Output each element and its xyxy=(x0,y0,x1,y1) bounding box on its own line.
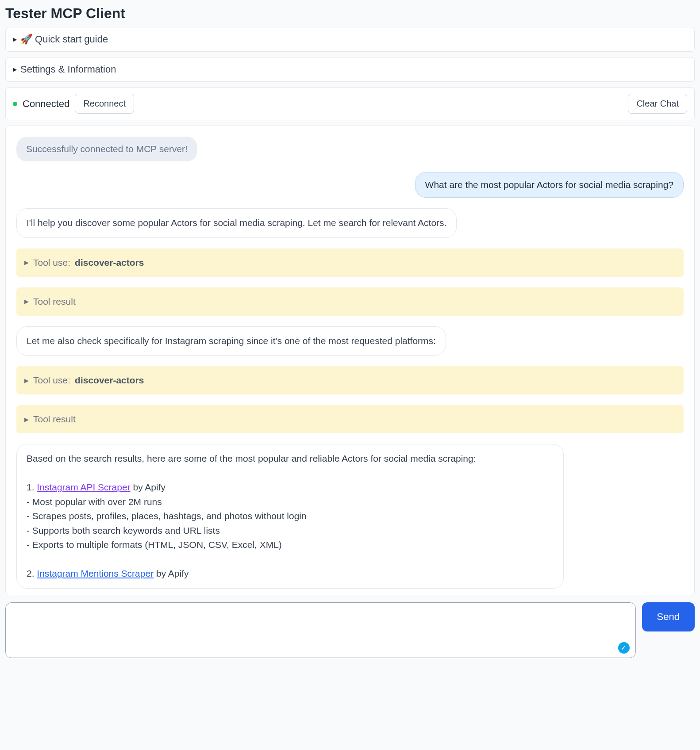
tool-name: discover-actors xyxy=(75,257,144,268)
assistant-intro: Based on the search results, here are so… xyxy=(27,453,476,463)
chat-input[interactable] xyxy=(5,602,636,658)
assistant-message: Let me also check specifically for Insta… xyxy=(16,326,446,356)
system-message: Successfully connected to MCP server! xyxy=(16,137,197,161)
tool-result-block[interactable]: ▶ Tool result xyxy=(16,405,684,433)
bullet: - Supports both search keywords and URL … xyxy=(27,525,220,536)
status-dot-icon xyxy=(13,102,17,106)
settings-panel[interactable]: ▶ Settings & Information xyxy=(5,57,695,82)
quick-start-label: 🚀 Quick start guide xyxy=(20,34,108,45)
tool-name: discover-actors xyxy=(75,375,144,386)
user-message: What are the most popular Actors for soc… xyxy=(415,172,684,198)
page-title: Tester MCP Client xyxy=(5,5,695,22)
chevron-right-icon: ▶ xyxy=(13,66,17,73)
chevron-right-icon: ▶ xyxy=(24,416,29,423)
chevron-right-icon: ▶ xyxy=(13,36,17,42)
connection-status: Connected xyxy=(23,98,69,110)
tool-use-block[interactable]: ▶ Tool use: discover-actors xyxy=(16,366,684,394)
assistant-message: I'll help you discover some popular Acto… xyxy=(16,208,457,238)
input-row: ✓ Send xyxy=(5,602,695,660)
check-icon: ✓ xyxy=(618,642,630,654)
by-line: by Apify xyxy=(154,568,188,578)
chevron-right-icon: ▶ xyxy=(24,298,29,305)
bullet: - Scrapes posts, profiles, places, hasht… xyxy=(27,511,307,521)
status-bar: Connected Reconnect Clear Chat xyxy=(5,87,695,120)
bullet: - Most popular with over 2M runs xyxy=(27,497,162,507)
tool-use-block[interactable]: ▶ Tool use: discover-actors xyxy=(16,249,684,277)
by-line: by Apify xyxy=(131,482,165,492)
chevron-right-icon: ▶ xyxy=(24,377,29,384)
reconnect-button[interactable]: Reconnect xyxy=(75,94,134,114)
tool-result-block[interactable]: ▶ Tool result xyxy=(16,287,684,316)
tool-use-prefix: Tool use: xyxy=(33,257,70,268)
send-button[interactable]: Send xyxy=(642,602,695,631)
tool-result-label: Tool result xyxy=(33,296,76,307)
tool-result-label: Tool result xyxy=(33,414,76,425)
list-number: 2. xyxy=(27,568,37,578)
assistant-message: Based on the search results, here are so… xyxy=(16,444,564,589)
tool-use-prefix: Tool use: xyxy=(33,375,70,386)
list-number: 1. xyxy=(27,482,37,492)
instagram-api-scraper-link[interactable]: Instagram API Scraper xyxy=(37,482,130,492)
chevron-right-icon: ▶ xyxy=(24,259,29,266)
clear-chat-button[interactable]: Clear Chat xyxy=(628,94,687,114)
instagram-mentions-scraper-link[interactable]: Instagram Mentions Scraper xyxy=(37,568,154,578)
chat-log[interactable]: Successfully connected to MCP server! Wh… xyxy=(5,126,695,595)
settings-label: Settings & Information xyxy=(20,64,116,75)
quick-start-panel[interactable]: ▶ 🚀 Quick start guide xyxy=(5,27,695,52)
bullet: - Exports to multiple formats (HTML, JSO… xyxy=(27,540,282,550)
